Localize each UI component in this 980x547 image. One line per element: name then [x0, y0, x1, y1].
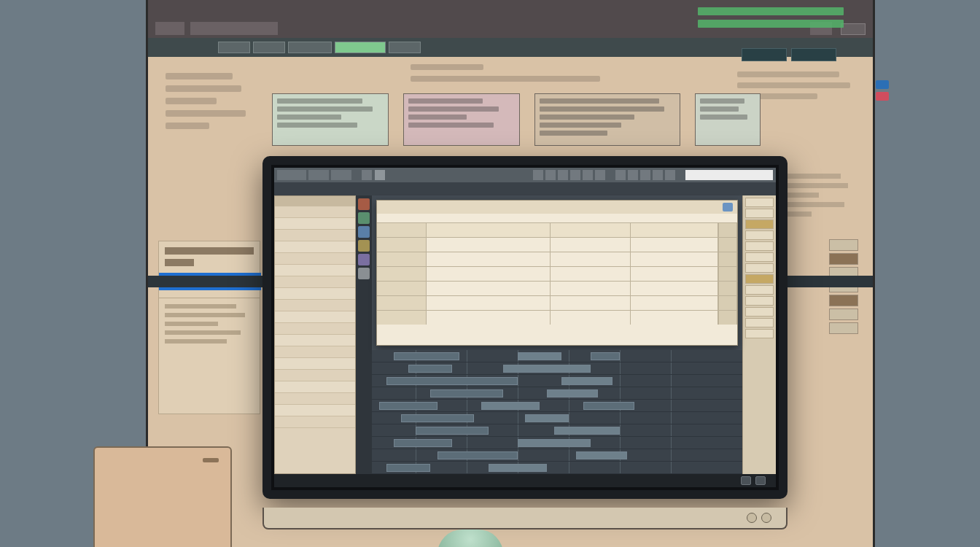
back-slot[interactable] [829, 322, 858, 334]
timeline-clip[interactable] [438, 451, 518, 459]
timeline-track[interactable] [372, 424, 742, 437]
toolbar-icon[interactable] [545, 170, 556, 180]
right-panel-slot[interactable] [745, 285, 774, 295]
sidebar-item[interactable] [275, 206, 355, 218]
timeline-clip[interactable] [525, 414, 569, 422]
sidebar-item[interactable] [275, 265, 355, 276]
toolbar-icon[interactable] [570, 170, 580, 180]
timeline-clip[interactable] [547, 389, 598, 397]
timeline-track[interactable] [372, 462, 742, 474]
timeline-clip[interactable] [401, 414, 474, 422]
right-panel-slot[interactable] [745, 274, 774, 284]
back-menu-item[interactable] [182, 46, 193, 49]
front-timeline[interactable] [372, 350, 742, 474]
palette-swatch[interactable] [358, 254, 370, 265]
toolbar-icon[interactable] [653, 170, 663, 180]
back-slot[interactable] [829, 295, 858, 306]
toolbar-icon[interactable] [640, 170, 650, 180]
sidebar-item[interactable] [275, 311, 355, 323]
sidebar-item[interactable] [275, 381, 355, 393]
timeline-clip[interactable] [518, 439, 591, 447]
timeline-track[interactable] [372, 400, 742, 412]
timeline-track[interactable] [372, 449, 742, 462]
timeline-clip[interactable] [394, 439, 452, 447]
back-card[interactable] [272, 93, 389, 146]
timeline-clip[interactable] [576, 451, 627, 459]
timeline-clip[interactable] [481, 402, 540, 410]
right-panel-slot[interactable] [745, 230, 774, 240]
front-menu-item[interactable] [277, 170, 306, 180]
row-action-button[interactable] [718, 282, 737, 295]
timeline-clip[interactable] [379, 402, 438, 410]
front-menu-item[interactable] [331, 170, 351, 180]
timeline-track[interactable] [372, 387, 742, 400]
row-action-button[interactable] [718, 252, 737, 266]
toolbar-icon[interactable] [375, 170, 385, 180]
front-menu-item[interactable] [308, 170, 329, 180]
back-toolbar-button[interactable] [389, 42, 421, 53]
row-action-button[interactable] [718, 311, 737, 325]
sidebar-item[interactable] [275, 241, 355, 253]
toolbar-icon[interactable] [533, 170, 543, 180]
toolbar-icon[interactable] [362, 170, 372, 180]
sidebar-item[interactable] [275, 393, 355, 405]
palette-swatch[interactable] [358, 240, 370, 252]
right-panel-slot[interactable] [745, 307, 774, 317]
toolbar-icon[interactable] [583, 170, 593, 180]
timeline-clip[interactable] [416, 427, 489, 435]
palette-swatch[interactable] [358, 268, 370, 279]
status-icon[interactable] [741, 476, 751, 485]
timeline-clip[interactable] [394, 352, 459, 360]
back-toolbar-button[interactable] [288, 42, 332, 53]
sidebar-item[interactable] [275, 230, 355, 241]
timeline-track[interactable] [372, 350, 742, 362]
row-action-button[interactable] [718, 223, 737, 237]
sidebar-item[interactable] [275, 323, 355, 335]
toolbar-icon[interactable] [665, 170, 675, 180]
timeline-clip[interactable] [386, 377, 518, 385]
sidebar-item[interactable] [275, 300, 355, 311]
timeline-clip[interactable] [561, 377, 612, 385]
sidebar-item[interactable] [275, 358, 355, 370]
timeline-clip[interactable] [591, 352, 620, 360]
back-menu-item[interactable] [167, 46, 179, 49]
timeline-track[interactable] [372, 412, 742, 424]
timeline-clip[interactable] [518, 352, 561, 360]
right-panel-slot[interactable] [745, 252, 774, 262]
back-card[interactable] [403, 93, 520, 146]
back-toolbar-button[interactable] [218, 42, 250, 53]
right-panel-slot[interactable] [745, 318, 774, 327]
dialog-help-icon[interactable] [723, 203, 733, 212]
back-toolbar-button[interactable] [253, 42, 285, 53]
sidebar-item[interactable] [275, 416, 355, 428]
back-card[interactable] [534, 93, 680, 146]
right-panel-slot[interactable] [745, 198, 774, 207]
timeline-clip[interactable] [503, 365, 591, 373]
back-menu-item[interactable] [152, 46, 164, 49]
toolbar-icon[interactable] [558, 170, 568, 180]
sidebar-item[interactable] [275, 405, 355, 416]
toolbar-icon[interactable] [595, 170, 605, 180]
back-title-button[interactable] [841, 23, 866, 35]
right-panel-slot[interactable] [745, 209, 774, 218]
sidebar-item[interactable] [275, 276, 355, 288]
timeline-clip[interactable] [554, 427, 620, 435]
toolbar-icon[interactable] [615, 170, 626, 180]
timeline-clip[interactable] [386, 464, 430, 472]
timeline-clip[interactable] [408, 365, 452, 373]
palette-swatch[interactable] [358, 226, 370, 238]
right-panel-slot[interactable] [745, 263, 774, 273]
right-panel-slot[interactable] [745, 220, 774, 229]
back-card[interactable] [695, 93, 761, 146]
timeline-clip[interactable] [583, 402, 634, 410]
back-toolbar-button-accent[interactable] [335, 42, 386, 53]
timeline-clip[interactable] [430, 389, 503, 397]
palette-swatch[interactable] [358, 212, 370, 224]
row-action-button[interactable] [718, 238, 737, 252]
sidebar-item[interactable] [275, 370, 355, 381]
sidebar-item[interactable] [275, 346, 355, 358]
row-action-button[interactable] [718, 267, 737, 281]
sidebar-item[interactable] [275, 335, 355, 346]
toolbar-icon[interactable] [628, 170, 638, 180]
timeline-track[interactable] [372, 375, 742, 387]
